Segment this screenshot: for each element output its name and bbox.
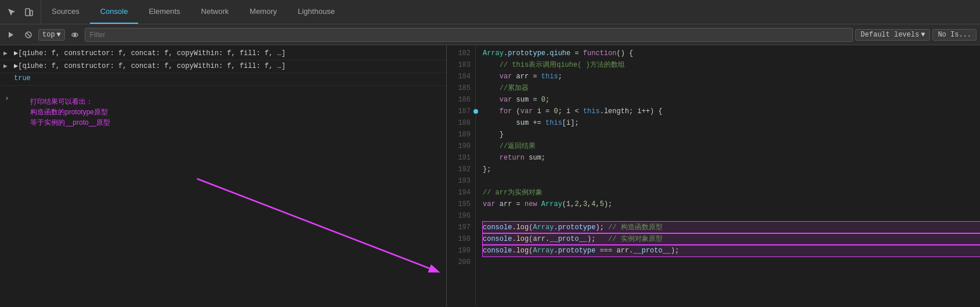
code-line-191: return sum; xyxy=(483,152,980,164)
tab-label: Sources xyxy=(52,7,79,16)
tab-label: Memory xyxy=(249,7,277,16)
execute-icon[interactable] xyxy=(3,27,19,42)
tab-sources[interactable]: Sources xyxy=(41,0,90,24)
no-issues-label: No Is... xyxy=(938,31,971,39)
code-line-198: console.log(arr.__proto__); // 实例对象原型 xyxy=(483,233,980,245)
svg-rect-1 xyxy=(30,10,32,16)
code-line-195: var arr = new Array(1,2,3,4,5); xyxy=(483,198,980,210)
code-line-189: } xyxy=(483,129,980,140)
annotation-area: › 打印结果可以看出： 构造函数的prototype原型 等于实例的__prot… xyxy=(0,92,446,132)
code-line-190: //返回结果 xyxy=(483,140,980,152)
code-line-200 xyxy=(483,257,980,268)
chevron-down-icon: ▼ xyxy=(57,31,61,39)
tab-elements[interactable]: Elements xyxy=(138,0,190,24)
line-number: 185 xyxy=(447,82,475,94)
console-boolean-value: true xyxy=(14,74,31,82)
svg-marker-2 xyxy=(9,32,13,38)
code-line-197: console.log(Array.prototype); // 构造函数原型 xyxy=(483,222,980,233)
line-number: 192 xyxy=(447,164,475,175)
context-label: top xyxy=(42,31,55,39)
line-number: 191 xyxy=(447,152,475,164)
log-levels-button[interactable]: Default levels ▼ xyxy=(855,29,930,41)
code-content: 182 183 184 185 186 187 188 189 190 191 … xyxy=(447,45,980,307)
levels-label: Default levels xyxy=(860,31,919,39)
code-panel: 182 183 184 185 186 187 188 189 190 191 … xyxy=(447,45,980,307)
line-number: 196 xyxy=(447,210,475,222)
line-number: 187 xyxy=(447,106,475,117)
line-number: 200 xyxy=(447,257,475,268)
line-number: 186 xyxy=(447,94,475,106)
line-number: 190 xyxy=(447,140,475,152)
filter-input[interactable] xyxy=(85,28,854,42)
code-lines: Array.prototype.qiuhe = function() { // … xyxy=(476,45,980,307)
code-line-196 xyxy=(483,210,980,222)
console-output: ▶ ▶[qiuhe: f, constructor: f, concat: f,… xyxy=(0,45,446,307)
eye-icon[interactable] xyxy=(67,27,82,42)
device-toggle-icon[interactable] xyxy=(22,5,36,19)
tab-label: Lighthouse xyxy=(298,7,335,16)
annotation-line-3: 等于实例的__proto__原型 xyxy=(30,117,432,128)
tab-label: Console xyxy=(100,7,128,16)
clear-console-icon[interactable] xyxy=(21,27,36,42)
devtools-window: Sources Console Elements Network Memory … xyxy=(0,0,980,307)
tab-lighthouse[interactable]: Lighthouse xyxy=(287,0,345,24)
no-issues-button[interactable]: No Is... xyxy=(932,29,977,41)
code-line-183: // this表示调用qiuhe( )方法的数组 xyxy=(483,59,980,71)
line-number: 198 xyxy=(447,233,475,245)
line-number: 184 xyxy=(447,71,475,82)
expand-arrow-icon[interactable]: ▶ xyxy=(3,62,8,70)
chevron-down-icon: ▼ xyxy=(921,31,925,39)
code-line-187: for (var i = 0; i < this.length; i++) { xyxy=(483,106,980,117)
line-number: 199 xyxy=(447,245,475,257)
code-line-186: var sum = 0; xyxy=(483,94,980,106)
console-prompt-icon: › xyxy=(5,94,9,103)
main-area: ▶ ▶[qiuhe: f, constructor: f, concat: f,… xyxy=(0,45,980,307)
svg-line-4 xyxy=(27,33,30,37)
console-line: true xyxy=(0,73,446,86)
code-line-194: // arr为实例对象 xyxy=(483,187,980,198)
line-numbers: 182 183 184 185 186 187 188 189 190 191 … xyxy=(447,45,476,307)
console-line: ▶ ▶[qiuhe: f, constructor: f, concat: f,… xyxy=(0,48,446,60)
tab-label: Elements xyxy=(149,7,180,16)
code-line-184: var arr = this; xyxy=(483,71,980,82)
svg-point-6 xyxy=(74,34,75,35)
cursor-icon[interactable] xyxy=(5,5,19,19)
code-line-188: sum += this[i]; xyxy=(483,117,980,129)
context-selector[interactable]: top ▼ xyxy=(38,29,65,41)
line-number: 195 xyxy=(447,198,475,210)
code-line-199: console.log(Array.prototype === arr.__pr… xyxy=(483,245,980,257)
console-text: ▶[qiuhe: f, constructor: f, concat: f, c… xyxy=(14,62,285,70)
line-number: 194 xyxy=(447,187,475,198)
line-number: 197 xyxy=(447,222,475,233)
annotation-text: 打印结果可以看出： 构造函数的prototype原型 等于实例的__proto_… xyxy=(30,96,432,128)
tab-bar-icons xyxy=(0,0,41,24)
code-line-193 xyxy=(483,175,980,187)
svg-rect-0 xyxy=(26,9,30,16)
tab-network[interactable]: Network xyxy=(191,0,240,24)
console-panel: ▶ ▶[qiuhe: f, constructor: f, concat: f,… xyxy=(0,45,447,307)
line-number: 183 xyxy=(447,59,475,71)
tab-console[interactable]: Console xyxy=(90,0,139,24)
console-line: ▶ ▶[qiuhe: f, constructor: f, concat: f,… xyxy=(0,60,446,73)
annotation-line-1: 打印结果可以看出： xyxy=(30,96,432,107)
tab-label: Network xyxy=(201,7,229,16)
tab-memory[interactable]: Memory xyxy=(239,0,287,24)
line-number: 182 xyxy=(447,48,475,59)
line-number: 188 xyxy=(447,117,475,129)
tab-bar: Sources Console Elements Network Memory … xyxy=(0,0,980,24)
line-number: 193 xyxy=(447,175,475,187)
code-line-185: //累加器 xyxy=(483,82,980,94)
code-line-192: }; xyxy=(483,164,980,175)
line-number: 189 xyxy=(447,129,475,140)
toolbar: top ▼ Default levels ▼ No Is... xyxy=(0,24,980,45)
annotation-line-2: 构造函数的prototype原型 xyxy=(30,107,432,117)
code-line-182: Array.prototype.qiuhe = function() { xyxy=(483,48,980,59)
console-text: ▶[qiuhe: f, constructor: f, concat: f, c… xyxy=(14,49,285,57)
expand-arrow-icon[interactable]: ▶ xyxy=(3,49,8,57)
